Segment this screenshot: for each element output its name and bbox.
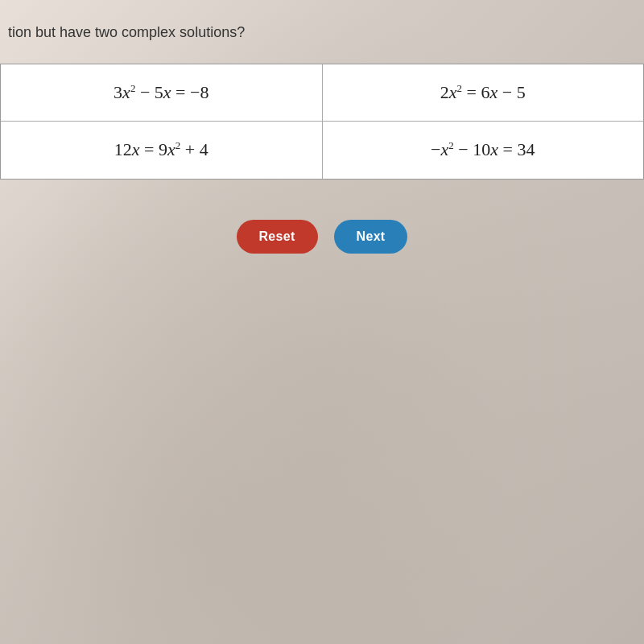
next-button[interactable]: Next [334,220,408,254]
cell-top-left[interactable]: 3x2 − 5x = −8 [1,64,322,122]
table-row-2[interactable]: 12x = 9x2 + 4 −x2 − 10x = 34 [1,122,643,179]
table-row-1[interactable]: 3x2 − 5x = −8 2x2 = 6x − 5 [1,64,643,122]
equation-table: 3x2 − 5x = −8 2x2 = 6x − 5 12x = 9x2 + 4… [1,64,643,179]
cell-bottom-right[interactable]: −x2 − 10x = 34 [322,122,643,179]
reset-button[interactable]: Reset [237,220,318,254]
question-text: tion but have two complex solutions? [0,24,644,41]
cell-top-right[interactable]: 2x2 = 6x − 5 [322,64,643,122]
button-row: Reset Next [0,220,644,254]
equation-table-wrapper: 3x2 − 5x = −8 2x2 = 6x − 5 12x = 9x2 + 4… [0,64,644,180]
page-container: tion but have two complex solutions? 3x2… [0,0,644,644]
cell-bottom-left[interactable]: 12x = 9x2 + 4 [1,122,322,179]
